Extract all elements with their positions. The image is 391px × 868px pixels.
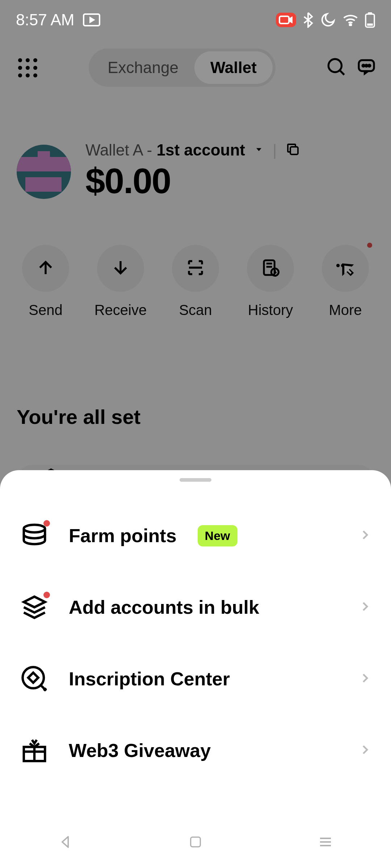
sheet-item-add-accounts-bulk[interactable]: Add accounts in bulk <box>18 571 373 643</box>
system-nav-bar <box>0 817 391 868</box>
gift-icon <box>20 736 49 765</box>
recording-icon <box>276 13 296 27</box>
svg-point-22 <box>23 667 44 689</box>
chevron-right-icon <box>358 672 371 686</box>
screencast-icon <box>83 13 100 26</box>
sheet-item-label: Web3 Giveaway <box>69 740 211 761</box>
svg-rect-20 <box>367 24 373 26</box>
sheet-item-inscription-center[interactable]: Inscription Center <box>18 643 373 715</box>
nav-recent-icon[interactable] <box>318 835 333 851</box>
sheet-item-farm-points[interactable]: Farm points New <box>18 500 373 571</box>
status-bar: 8:57 AM <box>0 0 391 40</box>
dnd-moon-icon <box>320 12 336 28</box>
layers-icon <box>20 592 49 622</box>
svg-rect-29 <box>191 837 201 847</box>
wifi-icon <box>342 14 358 26</box>
bluetooth-icon <box>303 12 314 28</box>
svg-rect-23 <box>28 673 38 683</box>
nav-home-icon[interactable] <box>188 835 203 851</box>
svg-point-17 <box>349 24 351 26</box>
status-time: 8:57 AM <box>16 11 74 29</box>
chevron-right-icon <box>358 528 371 543</box>
svg-point-21 <box>24 525 45 532</box>
sheet-item-label: Farm points <box>69 525 177 546</box>
svg-rect-19 <box>368 12 372 14</box>
battery-icon <box>365 12 375 28</box>
svg-line-25 <box>44 688 46 691</box>
sheet-item-label: Inscription Center <box>69 668 230 690</box>
new-badge: New <box>198 525 237 546</box>
more-bottom-sheet: Farm points New Add accounts in bulk Ins… <box>0 470 391 868</box>
coins-icon <box>20 521 49 550</box>
sheet-item-web3-giveaway[interactable]: Web3 Giveaway <box>18 715 373 786</box>
inscription-icon <box>20 664 49 694</box>
sheet-handle[interactable] <box>180 478 211 482</box>
chevron-right-icon <box>358 743 371 758</box>
nav-back-icon[interactable] <box>58 834 73 851</box>
sheet-item-label: Add accounts in bulk <box>69 596 259 618</box>
chevron-right-icon <box>358 600 371 614</box>
